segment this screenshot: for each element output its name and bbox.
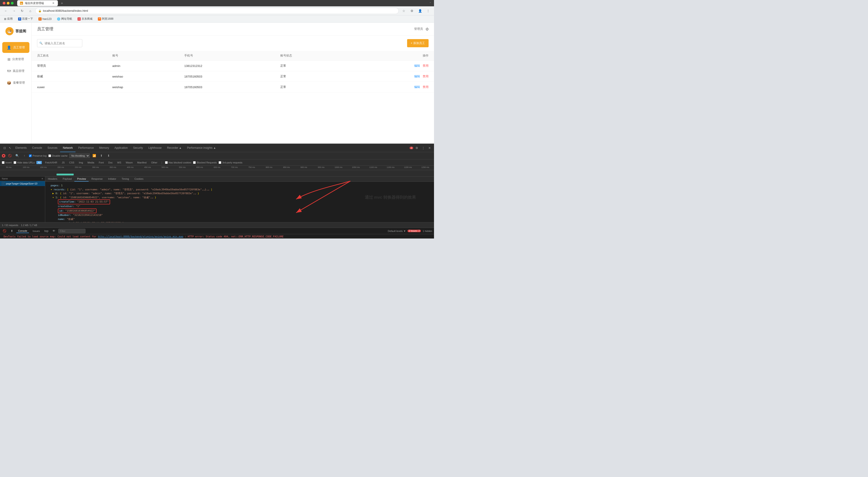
default-levels[interactable]: Default levels ▼ xyxy=(388,230,406,232)
window-minimize-icon[interactable]: ⌃ xyxy=(429,2,431,5)
disable-button-0[interactable]: 禁用 xyxy=(423,64,429,67)
bookmark-jd[interactable]: JD 京东商城 xyxy=(76,17,94,21)
filter-media[interactable]: Media xyxy=(86,161,96,164)
filter-img[interactable]: Img xyxy=(78,161,84,164)
third-party-checkbox[interactable]: 3rd-party requests xyxy=(219,161,242,164)
tab-close-button[interactable]: ✕ xyxy=(52,1,55,5)
upload-icon[interactable]: ⬆ xyxy=(99,153,104,158)
filter-toggle[interactable]: 🔍 xyxy=(14,153,20,158)
clear-log-button[interactable]: 🚫 xyxy=(7,153,13,158)
bookmark-baidu[interactable]: 百 百度一下 xyxy=(17,17,34,21)
tab-security[interactable]: Security xyxy=(130,144,146,152)
error-link[interactable]: http://localhost:8080/backend/plugins/ax… xyxy=(98,235,183,238)
record-button[interactable]: ● xyxy=(2,154,5,157)
filter-other[interactable]: Other xyxy=(150,161,159,164)
tab-perf-insights[interactable]: Performance insights ▲ xyxy=(184,144,219,152)
tab-preview[interactable]: Preview xyxy=(74,177,89,182)
bookmark-ali[interactable]: 阿 阿里1688 xyxy=(96,17,115,21)
devtools-pick-element[interactable]: ↖ xyxy=(7,145,13,151)
network-item-page[interactable]: □ page?page=1&pageSize=10 xyxy=(0,181,45,186)
network-body: Name ✕ □ page?page=1&pageSize=10 Headers xyxy=(0,177,434,222)
filter-font[interactable]: Font xyxy=(97,161,105,164)
sidebar-item-staff[interactable]: 👤 员工管理 xyxy=(2,42,29,53)
disable-button-1[interactable]: 禁用 xyxy=(423,74,429,78)
sidebar-item-combo[interactable]: 📦 套餐管理 xyxy=(2,77,29,88)
maximize-button[interactable] xyxy=(11,2,13,4)
bookmark-nav[interactable]: 🌐 网址导航 xyxy=(56,17,73,21)
tab-lighthouse[interactable]: Lighthouse xyxy=(146,144,164,152)
active-tab[interactable]: 🍜 瑞吉外卖管理端 ✕ xyxy=(17,0,58,6)
minimize-button[interactable] xyxy=(7,2,9,4)
edit-button-0[interactable]: 编辑 xyxy=(414,64,420,67)
reload-button[interactable]: ↻ xyxy=(19,8,25,14)
bookmark-button[interactable]: ☆ xyxy=(401,8,407,14)
tab-headers[interactable]: Headers xyxy=(45,177,60,182)
edit-button-2[interactable]: 编辑 xyxy=(414,85,420,89)
devtools-close-icon[interactable]: ✕ xyxy=(427,145,432,151)
download-icon[interactable]: ⬇ xyxy=(106,153,112,158)
filter-css[interactable]: CSS xyxy=(68,161,76,164)
table-row: 管理员 admin 13812312312 正常 编辑 禁用 xyxy=(32,61,434,71)
disable-cache-checkbox[interactable]: Disable cache xyxy=(49,154,68,157)
bookmark-apps[interactable]: ⊞ 应用 xyxy=(3,17,14,21)
close-button[interactable] xyxy=(3,2,5,4)
tab-payload[interactable]: Payload xyxy=(60,177,74,182)
filter-manifest[interactable]: Manifest xyxy=(136,161,148,164)
sidebar-item-dishes[interactable]: 🍽 菜品管理 xyxy=(2,65,29,77)
menu-button[interactable]: ⋮ xyxy=(425,8,431,14)
filter-fetch-xhr[interactable]: Fetch/XHR xyxy=(43,161,59,164)
console-tab[interactable]: Console xyxy=(16,229,29,233)
back-button[interactable]: ← xyxy=(3,8,9,14)
preserve-log-checkbox[interactable]: Preserve log xyxy=(29,154,46,157)
add-employee-button[interactable]: + 添加员工 xyxy=(407,39,429,47)
bookmark-hao123[interactable]: h hao123 xyxy=(37,17,53,21)
tab-recorder[interactable]: Recorder ▲ xyxy=(164,144,184,152)
invert-checkbox[interactable]: Invert xyxy=(2,161,12,164)
disable-button-2[interactable]: 禁用 xyxy=(423,85,429,89)
tab-memory[interactable]: Memory xyxy=(96,144,112,152)
import-icon[interactable]: ↑ xyxy=(22,153,27,158)
wifi-icon[interactable]: 📶 xyxy=(92,153,97,158)
new-tab-button[interactable]: ＋ xyxy=(58,1,66,6)
home-button[interactable]: ⌂ xyxy=(27,8,33,14)
tab-initiator[interactable]: Initiator xyxy=(105,177,119,182)
devtools-more-icon[interactable]: ⋮ xyxy=(421,145,426,151)
tab-cookies[interactable]: Cookies xyxy=(132,177,146,182)
tab-performance[interactable]: Performance xyxy=(75,144,96,152)
tab-console[interactable]: Console xyxy=(29,144,45,152)
extensions-button[interactable]: ⚙ xyxy=(409,8,415,14)
eye-icon[interactable]: 👁 xyxy=(51,228,57,234)
tab-sources[interactable]: Sources xyxy=(45,144,60,152)
filter-all[interactable]: All xyxy=(36,161,42,164)
throttling-select[interactable]: No throttling xyxy=(69,153,90,158)
filter-ws[interactable]: WS xyxy=(116,161,123,164)
filter-wasm[interactable]: Wasm xyxy=(124,161,134,164)
issues-tab[interactable]: Issues xyxy=(31,229,41,233)
tab-response[interactable]: Response xyxy=(89,177,105,182)
blocked-cookies-checkbox[interactable]: Has blocked cookies xyxy=(165,161,191,164)
filter-doc[interactable]: Doc xyxy=(107,161,114,164)
tab-application[interactable]: Application xyxy=(112,144,130,152)
search-input[interactable] xyxy=(37,39,82,47)
tab-elements[interactable]: Elements xyxy=(13,144,29,152)
devtools-settings-icon[interactable]: ⚙ xyxy=(414,145,420,151)
console-filter-icon[interactable]: ⬆ xyxy=(9,228,14,234)
profile-button[interactable]: 👤 xyxy=(417,8,423,14)
logout-icon[interactable]: ⏻ xyxy=(426,27,429,31)
devtools-elements-toggle[interactable]: ⊡ xyxy=(2,145,7,151)
close-panel-icon[interactable]: ✕ xyxy=(41,177,43,180)
forward-button[interactable]: → xyxy=(11,8,17,14)
console-clear-icon[interactable]: 🚫 xyxy=(2,228,7,234)
tab-timing[interactable]: Timing xyxy=(119,177,132,182)
blocked-requests-checkbox[interactable]: Blocked Requests xyxy=(193,161,217,164)
sidebar-item-category[interactable]: ⊞ 分类管理 xyxy=(2,54,29,65)
address-bar[interactable]: 🔒 localhost:8080/backend/index.html xyxy=(35,8,399,14)
edit-button-1[interactable]: 编辑 xyxy=(414,74,420,78)
hide-data-urls-checkbox[interactable]: Hide data URLs xyxy=(13,161,35,164)
filter-js[interactable]: JS xyxy=(60,161,66,164)
tab-network[interactable]: Network xyxy=(60,144,75,152)
json-record-1[interactable]: ▾ 1: { id: "158816810306854922", usernam… xyxy=(47,196,432,200)
console-filter-input[interactable] xyxy=(58,229,86,233)
json-records[interactable]: ▾ records: [ {id: "1", username: "admin"… xyxy=(47,188,432,192)
employee-name-0: 管理员 xyxy=(32,61,107,71)
